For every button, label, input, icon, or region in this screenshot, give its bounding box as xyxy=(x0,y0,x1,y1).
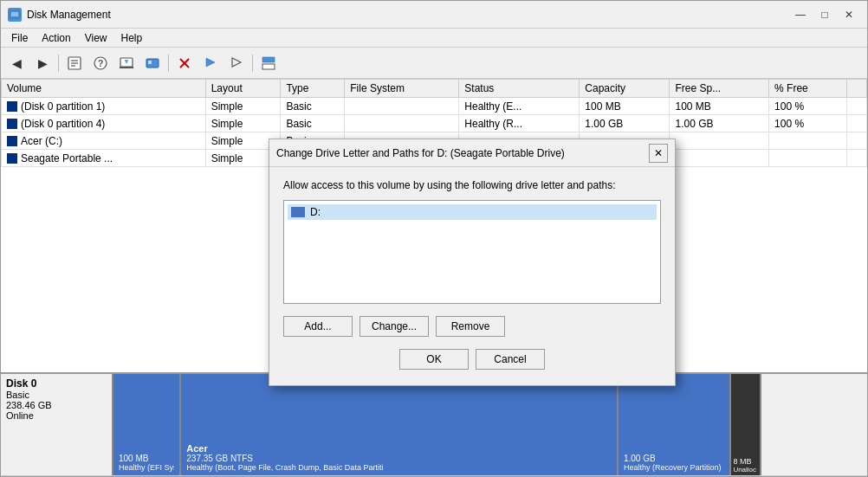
drive-d-icon xyxy=(291,207,305,217)
toolbar-back[interactable]: ◀ xyxy=(4,51,29,75)
col-type[interactable]: Type xyxy=(281,80,345,98)
modal-title-bar: Change Drive Letter and Paths for D: (Se… xyxy=(269,139,675,167)
menu-help[interactable]: Help xyxy=(114,30,150,46)
toolbar-sep-3 xyxy=(252,55,253,72)
toolbar-properties[interactable] xyxy=(62,51,87,75)
drive-list-box[interactable]: D: xyxy=(283,200,661,304)
table-cell xyxy=(769,150,847,167)
ok-button[interactable]: OK xyxy=(399,349,469,370)
svg-rect-9 xyxy=(120,67,133,68)
part-recovery-label: Healthy (Recovery Partition) xyxy=(624,463,725,472)
disk-size: 238.46 GB xyxy=(6,400,107,410)
part-acer-name: Acer xyxy=(186,443,612,454)
window-title: Disk Management xyxy=(27,9,789,21)
table-cell xyxy=(345,98,459,115)
svg-rect-19 xyxy=(262,64,275,69)
table-cell: 100 % xyxy=(769,115,847,132)
table-row[interactable]: (Disk 0 partition 4)SimpleBasicHealthy (… xyxy=(2,115,867,132)
table-cell xyxy=(345,115,459,132)
col-volume[interactable]: Volume xyxy=(2,80,206,98)
menu-action[interactable]: Action xyxy=(35,30,77,46)
table-cell xyxy=(769,132,847,150)
change-drive-dialog: Change Drive Letter and Paths for D: (Se… xyxy=(269,139,676,386)
menu-file[interactable]: File xyxy=(4,30,35,46)
part-acer-size: 237.35 GB NTFS xyxy=(186,454,612,463)
table-cell: Simple xyxy=(205,98,281,115)
modal-description: Allow access to this volume by using the… xyxy=(283,179,661,191)
col-extra xyxy=(847,80,867,98)
svg-rect-13 xyxy=(148,61,152,64)
toolbar-network[interactable] xyxy=(114,51,139,75)
table-cell: 100 MB xyxy=(670,98,769,115)
toolbar-flag1[interactable] xyxy=(198,51,223,75)
table-cell xyxy=(670,132,769,150)
table-cell xyxy=(847,150,867,167)
table-cell xyxy=(847,132,867,150)
disk-status: Online xyxy=(6,410,107,421)
table-cell xyxy=(847,115,867,132)
disk-name: Disk 0 xyxy=(6,377,107,390)
modal-body: Allow access to this volume by using the… xyxy=(269,167,675,385)
remove-button[interactable]: Remove xyxy=(436,316,505,337)
table-cell: 100 MB xyxy=(580,98,670,115)
partition-unalloc[interactable]: 8 MB Unalloc xyxy=(731,374,761,475)
modal-action-buttons: Add... Change... Remove xyxy=(283,316,661,337)
disk-label-0: Disk 0 Basic 238.46 GB Online xyxy=(1,374,113,475)
drive-list-item-d[interactable]: D: xyxy=(288,204,657,220)
disk-map: Disk 0 Basic 238.46 GB Online 100 MB Hea… xyxy=(1,372,867,476)
col-pct[interactable]: % Free xyxy=(769,80,847,98)
modal-title: Change Drive Letter and Paths for D: (Se… xyxy=(276,147,649,159)
toolbar-disk[interactable] xyxy=(140,51,165,75)
close-button[interactable]: ✕ xyxy=(838,6,860,23)
add-button[interactable]: Add... xyxy=(283,316,353,337)
part-unalloc-label: Unalloc xyxy=(733,466,758,474)
disk-type: Basic xyxy=(6,390,107,400)
table-cell: 100 % xyxy=(769,98,847,115)
table-cell: (Disk 0 partition 1) xyxy=(2,98,206,115)
col-status[interactable]: Status xyxy=(459,80,580,98)
part-efi-label: Healthy (EFI Syster xyxy=(119,463,174,472)
col-capacity[interactable]: Capacity xyxy=(580,80,670,98)
partition-acer[interactable]: Acer 237.35 GB NTFS Healthy (Boot, Page … xyxy=(181,374,619,475)
table-cell: (Disk 0 partition 4) xyxy=(2,115,206,132)
drive-d-label: D: xyxy=(310,206,321,218)
part-efi-size: 100 MB xyxy=(119,454,174,463)
partition-efi[interactable]: 100 MB Healthy (EFI Syster xyxy=(113,374,181,475)
disk-row-0: Disk 0 Basic 238.46 GB Online 100 MB Hea… xyxy=(1,374,867,476)
svg-text:?: ? xyxy=(98,58,104,68)
toolbar-help[interactable]: ? xyxy=(88,51,113,75)
table-cell: Basic xyxy=(281,115,345,132)
disk-partitions: 100 MB Healthy (EFI Syster Acer 237.35 G… xyxy=(113,374,867,475)
table-cell: Basic xyxy=(281,98,345,115)
svg-marker-16 xyxy=(206,58,215,67)
table-cell: 1.00 GB xyxy=(580,115,670,132)
toolbar-layout[interactable] xyxy=(256,51,281,75)
svg-marker-17 xyxy=(232,58,241,67)
modal-close-button[interactable]: ✕ xyxy=(649,144,668,163)
table-cell xyxy=(847,98,867,115)
table-cell: Simple xyxy=(205,115,281,132)
cancel-button[interactable]: Cancel xyxy=(476,349,545,370)
toolbar-flag2[interactable] xyxy=(224,51,249,75)
toolbar-forward[interactable]: ▶ xyxy=(30,51,55,75)
toolbar: ◀ ▶ ? xyxy=(1,48,867,79)
toolbar-sep-2 xyxy=(168,55,169,72)
part-acer-label: Healthy (Boot, Page File, Crash Dump, Ba… xyxy=(186,463,612,472)
table-row[interactable]: (Disk 0 partition 1)SimpleBasicHealthy (… xyxy=(2,98,867,115)
title-bar: Disk Management — □ ✕ xyxy=(1,1,867,29)
menu-bar: File Action View Help xyxy=(1,29,867,48)
change-button[interactable]: Change... xyxy=(360,316,429,337)
col-free[interactable]: Free Sp... xyxy=(670,80,769,98)
maximize-button[interactable]: □ xyxy=(813,6,836,23)
table-cell: 1.00 GB xyxy=(670,115,769,132)
modal-ok-cancel: OK Cancel xyxy=(283,349,661,373)
app-icon xyxy=(8,8,22,22)
minimize-button[interactable]: — xyxy=(789,6,812,23)
partition-recovery[interactable]: 1.00 GB Healthy (Recovery Partition) xyxy=(619,374,732,475)
col-layout[interactable]: Layout xyxy=(205,80,281,98)
menu-view[interactable]: View xyxy=(78,30,114,46)
toolbar-delete[interactable] xyxy=(172,51,197,75)
table-cell xyxy=(670,150,769,167)
col-fs[interactable]: File System xyxy=(345,80,459,98)
svg-rect-1 xyxy=(11,12,18,16)
